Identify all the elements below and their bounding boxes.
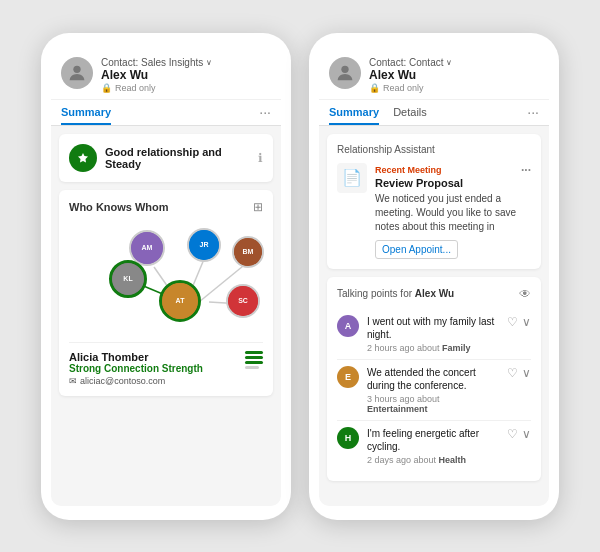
phones-container: Contact: Sales Insights ∨ Alex Wu 🔒 Read…	[41, 33, 559, 520]
tp-meta-2: 3 hours ago about Entertainment	[367, 394, 499, 414]
tp-avatar-2: E	[337, 366, 359, 388]
tab-more-2[interactable]: ···	[527, 100, 539, 124]
info-icon[interactable]: ℹ	[258, 151, 263, 165]
network-node-1[interactable]: AM	[129, 230, 165, 266]
chevron-icon[interactable]: ∨	[206, 58, 212, 67]
ra-more-icon[interactable]: ···	[521, 163, 531, 177]
ra-open-link[interactable]: Open Appoint...	[375, 240, 458, 259]
person-name: Alicia Thomber	[69, 351, 237, 363]
tp-meta-3: 2 days ago about Health	[367, 455, 499, 465]
network-node-2[interactable]: JR	[187, 228, 221, 262]
contact-label-2: Contact: Contact ∨	[369, 57, 539, 68]
ra-item-icon: 📄	[337, 163, 367, 193]
tp-meta-1: 2 hours ago about Family	[367, 343, 499, 353]
phone2-header: Contact: Contact ∨ Alex Wu 🔒 Read only	[319, 47, 549, 100]
talking-point-1: A I went out with my family last night. …	[337, 309, 531, 360]
tp-avatar-3: H	[337, 427, 359, 449]
ra-item: 📄 Recent Meeting ··· Review Proposal We …	[337, 163, 531, 259]
contact-name-2: Alex Wu	[369, 68, 539, 82]
network-node-3[interactable]: KL	[109, 260, 147, 298]
talking-point-3: H I'm feeling energetic after cycling. 2…	[337, 421, 531, 471]
ra-title: Relationship Assistant	[337, 144, 531, 155]
relationship-status-text: Good relationship and Steady	[105, 146, 250, 170]
network-node-6[interactable]: SC	[226, 284, 260, 318]
talking-point-2: E We attended the concert during the con…	[337, 360, 531, 421]
network-node-5[interactable]: BM	[232, 236, 264, 268]
connection-strength: Strong Connection Strength	[69, 363, 237, 374]
contact-label: Contact: Sales Insights ∨	[101, 57, 271, 68]
svg-point-0	[73, 65, 80, 72]
readonly-label: 🔒 Read only	[101, 83, 271, 93]
tab-summary-2[interactable]: Summary	[329, 100, 379, 125]
phone2-tabs: Summary Details ···	[319, 100, 549, 126]
ra-item-title: Review Proposal	[375, 177, 531, 189]
tp-text-2: We attended the concert during the confe…	[367, 366, 499, 392]
who-knows-whom-card: Who Knows Whom ⊞	[59, 190, 273, 396]
tab-summary-1[interactable]: Summary	[61, 100, 111, 125]
phone2-content: Relationship Assistant 📄 Recent Meeting …	[319, 126, 549, 506]
talking-points-title: Talking points for Alex Wu	[337, 288, 454, 299]
ra-item-desc: We noticed you just ended a meeting. Wou…	[375, 192, 531, 234]
tp-chevron-3[interactable]: ∨	[522, 427, 531, 441]
network-node-selected[interactable]: AT	[159, 280, 201, 322]
svg-point-6	[341, 65, 348, 72]
eye-icon[interactable]: 👁	[519, 287, 531, 301]
chevron-icon-2[interactable]: ∨	[446, 58, 452, 67]
tp-avatar-1: A	[337, 315, 359, 337]
relationship-assistant-card: Relationship Assistant 📄 Recent Meeting …	[327, 134, 541, 269]
network-lines	[69, 222, 263, 342]
phone1-header: Contact: Sales Insights ∨ Alex Wu 🔒 Read…	[51, 47, 281, 100]
phone1-tabs: Summary ···	[51, 100, 281, 126]
tp-chevron-2[interactable]: ∨	[522, 366, 531, 380]
tp-text-1: I went out with my family last night.	[367, 315, 499, 341]
relationship-status-card: Good relationship and Steady ℹ	[59, 134, 273, 182]
avatar-2	[329, 57, 361, 89]
network-graph: AM JR KL AT BM	[69, 222, 263, 342]
relationship-icon	[69, 144, 97, 172]
tab-details-2[interactable]: Details	[393, 100, 427, 125]
readonly-label-2: 🔒 Read only	[369, 83, 539, 93]
phone-2: Contact: Contact ∨ Alex Wu 🔒 Read only S…	[309, 33, 559, 520]
phone1-content: Good relationship and Steady ℹ Who Knows…	[51, 126, 281, 506]
tp-heart-1[interactable]: ♡	[507, 315, 518, 329]
wkw-title: Who Knows Whom	[69, 201, 169, 213]
grid-icon[interactable]: ⊞	[253, 200, 263, 214]
contact-name: Alex Wu	[101, 68, 271, 82]
person-email: ✉ aliciac@contoso.com	[69, 376, 237, 386]
ra-item-tag: Recent Meeting ···	[375, 163, 531, 177]
phone-1: Contact: Sales Insights ∨ Alex Wu 🔒 Read…	[41, 33, 291, 520]
talking-points-card: Talking points for Alex Wu 👁 A I went ou…	[327, 277, 541, 481]
connection-bars	[245, 351, 263, 369]
avatar	[61, 57, 93, 89]
tp-chevron-1[interactable]: ∨	[522, 315, 531, 329]
tab-more-1[interactable]: ···	[259, 100, 271, 124]
tp-text-3: I'm feeling energetic after cycling.	[367, 427, 499, 453]
tp-heart-3[interactable]: ♡	[507, 427, 518, 441]
selected-person-info: Alicia Thomber Strong Connection Strengt…	[69, 342, 263, 386]
tp-heart-2[interactable]: ♡	[507, 366, 518, 380]
